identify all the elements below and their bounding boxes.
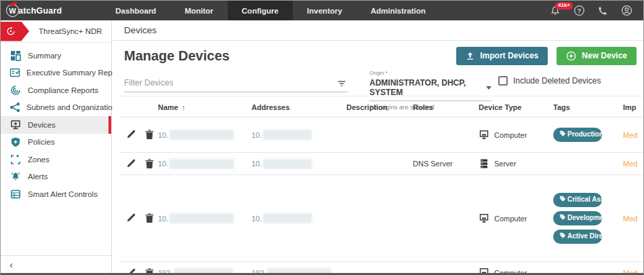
- computer-icon: [479, 130, 489, 141]
- sidebar-item-zones[interactable]: Zones: [1, 151, 111, 168]
- device-tags-cell: Critical AssetDevelopmentActive Director…: [553, 175, 602, 261]
- import-devices-button[interactable]: Import Devices: [456, 47, 548, 65]
- delete-trash-icon[interactable]: [144, 158, 156, 170]
- alerts-icon: [9, 170, 22, 183]
- upload-icon: [466, 52, 475, 60]
- column-header-name[interactable]: Name↑: [158, 96, 185, 118]
- edit-pencil-icon[interactable]: [126, 268, 138, 274]
- column-header-description[interactable]: Description: [346, 96, 388, 118]
- column-header-addresses[interactable]: Addresses: [251, 96, 289, 118]
- device-name-cell[interactable]: 10.: [158, 153, 234, 175]
- checkbox-label: Include Deleted Devices: [513, 76, 601, 86]
- nav-item-administration[interactable]: Administration: [357, 1, 440, 20]
- device-address-cell: 10.: [251, 175, 312, 261]
- redacted-address: [263, 213, 312, 223]
- device-type-cell: Computer: [479, 117, 527, 152]
- column-header-device_type[interactable]: Device Type: [479, 96, 521, 118]
- tag-pill[interactable]: Critical Asset: [553, 193, 602, 207]
- device-importance-cell: Med: [623, 262, 637, 273]
- table-body: 10.10.ComputerProductionMed10.10.DNS Ser…: [119, 117, 644, 273]
- redacted-address: [263, 159, 312, 169]
- page-breadcrumb: Devices: [124, 25, 157, 35]
- device-row: 10.10.ComputerProductionMed: [119, 117, 644, 153]
- row-actions: [126, 117, 156, 152]
- threatsync-sync-icon: [5, 26, 16, 37]
- page-title: Manage Devices: [124, 48, 230, 64]
- delete-trash-icon[interactable]: [144, 129, 156, 141]
- title-row: Manage Devices Import Devices New Device: [124, 42, 637, 69]
- sidebar-item-devices[interactable]: Devices: [1, 116, 111, 134]
- nav-item-dashboard[interactable]: Dashboard: [101, 1, 170, 20]
- devices-table: Name↑AddressesDescriptionRolesDevice Typ…: [119, 96, 644, 273]
- sidebar-item-alerts[interactable]: Alerts: [1, 168, 111, 186]
- column-header-importance[interactable]: Imp: [623, 96, 637, 118]
- device-type-cell: Computer: [479, 175, 527, 261]
- column-header-tags[interactable]: Tags: [553, 96, 570, 118]
- redacted-name: [169, 159, 234, 169]
- sidebar-menu: SummaryExecutive Summary ReportComplianc…: [1, 47, 111, 203]
- report-icon: [9, 67, 20, 79]
- filter-row: Origin * ADMINISTRATOR, DHCP, SYSTEM All…: [124, 70, 644, 96]
- sidebar-item-summary[interactable]: Summary: [1, 47, 111, 65]
- device-row: 192.192.ComputerMed: [119, 262, 644, 273]
- redacted-address: [267, 268, 331, 274]
- row-actions: [126, 262, 156, 273]
- edit-pencil-icon[interactable]: [126, 158, 138, 170]
- device-address-cell: 192.: [251, 262, 331, 273]
- device-importance-cell: Med: [623, 175, 637, 261]
- device-row: 10.10.ComputerCritical AssetDevelopmentA…: [119, 175, 644, 262]
- server-icon: [479, 158, 489, 169]
- sidebar-item-compliance-reports[interactable]: Compliance Reports: [1, 81, 111, 99]
- device-name-cell[interactable]: 10.: [158, 175, 234, 261]
- app-window: W atchGuard DashboardMonitorConfigureInv…: [0, 0, 644, 275]
- delete-trash-icon[interactable]: [144, 213, 156, 224]
- device-row: 10.10.DNS ServerServerMed: [119, 153, 644, 175]
- logo-w-mark: W: [6, 4, 19, 17]
- subnets-icon: [9, 101, 20, 113]
- sidebar-product-header: ThreatSync+ NDR: [1, 20, 111, 43]
- device-type-cell: Server: [479, 153, 516, 175]
- help-icon[interactable]: ?: [573, 5, 585, 17]
- filter-devices-field: [124, 75, 348, 92]
- summary-icon: [9, 50, 22, 62]
- main-content: Devices Manage Devices Import Devices Ne…: [113, 20, 644, 273]
- device-name-cell[interactable]: 192.: [158, 262, 233, 273]
- filter-devices-input[interactable]: [124, 75, 348, 92]
- sidebar-collapse-button[interactable]: ‹: [1, 255, 111, 273]
- nav-item-inventory[interactable]: Inventory: [293, 1, 357, 20]
- column-header-roles[interactable]: Roles: [413, 96, 433, 118]
- device-address-cell: 10.: [251, 117, 312, 152]
- include-deleted-checkbox[interactable]: Include Deleted Devices: [498, 76, 601, 86]
- device-name-cell[interactable]: 10.: [158, 117, 234, 152]
- notification-count-badge: 41k+: [555, 2, 573, 10]
- edit-pencil-icon[interactable]: [126, 129, 138, 141]
- nav-item-configure[interactable]: Configure: [228, 1, 293, 20]
- origin-label: Origin *: [369, 70, 491, 76]
- tag-pill[interactable]: Production: [553, 128, 602, 142]
- device-roles-cell: DNS Server: [413, 153, 453, 175]
- devices-icon: [9, 119, 22, 131]
- sidebar-item-executive-summary-report[interactable]: Executive Summary Report: [1, 65, 111, 82]
- sidebar-item-subnets-and-organizations[interactable]: Subnets and Organizations: [1, 99, 111, 117]
- sidebar-item-smart-alert-controls[interactable]: Smart Alert Controls: [1, 185, 111, 203]
- top-navbar: W atchGuard DashboardMonitorConfigureInv…: [1, 1, 643, 20]
- tag-pill[interactable]: Development: [553, 211, 602, 225]
- filter-list-icon[interactable]: [337, 79, 346, 91]
- delete-trash-icon[interactable]: [144, 268, 156, 274]
- navbar-utilities: 41k+ ?: [549, 5, 632, 17]
- checkbox-box[interactable]: [498, 76, 508, 86]
- notifications-bell-icon[interactable]: 41k+: [549, 5, 561, 17]
- sidebar-item-policies[interactable]: Policies: [1, 134, 111, 151]
- nav-item-monitor[interactable]: Monitor: [170, 1, 227, 20]
- table-header-row: Name↑AddressesDescriptionRolesDevice Typ…: [119, 96, 644, 117]
- tag-pill[interactable]: Active Directory: [553, 230, 602, 244]
- watchguard-logo[interactable]: W atchGuard: [6, 4, 62, 17]
- redacted-name: [169, 130, 234, 140]
- new-device-button[interactable]: New Device: [557, 47, 637, 65]
- sort-ascending-icon: ↑: [182, 103, 186, 111]
- sidebar: ThreatSync+ NDR SummaryExecutive Summary…: [1, 20, 112, 273]
- device-tags-cell: Production: [553, 117, 602, 152]
- account-icon[interactable]: [620, 5, 632, 17]
- edit-pencil-icon[interactable]: [126, 213, 138, 224]
- phone-support-icon[interactable]: [597, 5, 609, 17]
